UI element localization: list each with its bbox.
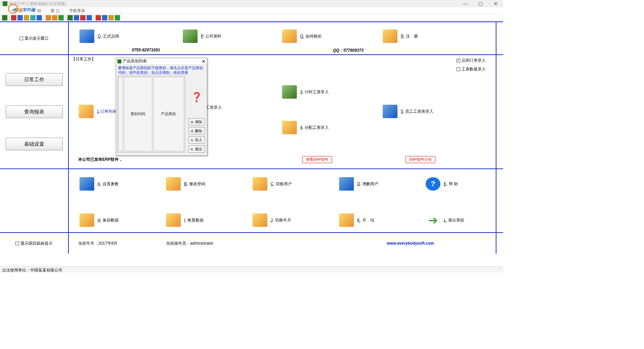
dialog-titlebar: 产品类别列表 ✕	[116, 58, 207, 65]
dialog-title: 产品类别列表	[123, 58, 147, 64]
nav-wage-input[interactable]: 工资录入	[206, 105, 222, 110]
nav-switch-month[interactable]: J. 切换年月	[253, 213, 291, 227]
settings-icon	[79, 177, 94, 191]
users-icon	[339, 177, 354, 191]
month-close-icon	[339, 213, 354, 227]
row-daily: 日常工作 查询报表 基础设置 【日常工作】 ✓启用订单录入 工表数量录入 1.订…	[0, 55, 503, 169]
dialog-icon	[117, 59, 121, 63]
menu-system[interactable]: 系 统	[13, 8, 22, 14]
tb-icon-10[interactable]	[67, 15, 73, 20]
row-settings: A. 设置参数 B. 修改密码 C. 切换用户 D. 增删用户 ?E. 帮 助 …	[0, 169, 503, 233]
backup-icon	[79, 213, 94, 227]
nav-register[interactable]: R. 注 册	[383, 30, 418, 43]
tb-icon-14[interactable]	[96, 15, 101, 20]
minimize-button[interactable]: —	[458, 0, 473, 7]
menu-nav[interactable]: 导航界面	[69, 8, 85, 14]
company-icon	[183, 30, 198, 43]
btn-delete[interactable]: d. 删除	[189, 127, 205, 135]
btn-add[interactable]: a. 增加	[189, 118, 205, 126]
col-product-category[interactable]: 产品类别	[153, 77, 184, 151]
staff-wage-icon	[383, 105, 397, 118]
nav-help[interactable]: ?E. 帮 助	[426, 177, 458, 191]
dialog-side: ❓ a. 增加 d. 删除 s. 存入 e. 退出	[188, 74, 205, 153]
nav-distribute-wage[interactable]: 4. 分配工资录入	[282, 121, 329, 134]
tb-icon-7[interactable]	[46, 15, 51, 20]
menu-window[interactable]: 窗 口	[51, 8, 60, 14]
tb-icon-1[interactable]	[2, 15, 7, 20]
qq-label: QQ：577609373	[333, 48, 364, 53]
section-title-daily: 【日常工作】	[71, 56, 96, 62]
time-wage-icon	[282, 85, 297, 99]
order-list-icon	[79, 105, 94, 118]
current-year-month: 当前年月：2017年8月	[78, 241, 117, 246]
chk-sheet-qty[interactable]: 工表数量录入	[457, 66, 486, 72]
toolbar	[0, 14, 503, 21]
btn-basic-settings[interactable]: 基础设置	[6, 138, 63, 150]
tb-icon-5[interactable]	[30, 15, 36, 20]
nav-backup[interactable]: H. 备份数据	[79, 213, 119, 227]
dialog-close-button[interactable]: ✕	[202, 59, 206, 64]
product-category-dialog: 产品类别列表 ✕ 要增加某产品类别的下级类别，请先点击某产品类别代码，选中此类别…	[116, 58, 207, 156]
chk-mouse-tip[interactable]: 显示跟踪鼠标提示	[15, 241, 53, 246]
maximize-button[interactable]: ▢	[473, 0, 488, 7]
nav-how-buy[interactable]: Q. 如何购买	[282, 30, 322, 43]
tb-icon-4[interactable]	[24, 15, 29, 20]
nav-add-user[interactable]: D. 增删用户	[339, 177, 378, 191]
distribute-wage-icon	[282, 121, 297, 134]
btn-query-report[interactable]: 查询报表	[6, 105, 63, 118]
btn-daily-work[interactable]: 日常工作	[6, 73, 63, 86]
window-controls: — ▢ ✕	[458, 0, 503, 7]
btn-erp-intro[interactable]: ERP软件介绍	[406, 156, 435, 163]
tb-icon-12[interactable]	[80, 15, 86, 20]
license-text: 合法使用单位：中国某某有限公司	[2, 268, 62, 272]
close-button[interactable]: ✕	[488, 0, 503, 7]
tb-icon-8[interactable]	[52, 15, 57, 20]
chk-enable-order[interactable]: ✓启用订单录入	[457, 58, 486, 63]
main-area: 显示提示窗口 O. 正式启用 P. 公司资料 Q. 如何购买 R. 注 册 07…	[0, 21, 503, 266]
row-top: 显示提示窗口 O. 正式启用 P. 公司资料 Q. 如何购买 R. 注 册 07…	[0, 21, 503, 55]
nav-exit[interactable]: ➔L. 退出系统	[426, 213, 464, 227]
nav-staff-wage[interactable]: 5. 员工工资表录入	[383, 105, 433, 118]
row-status: 显示跟踪鼠标提示 当前年月：2017年8月 当前操作员：administrato…	[0, 233, 503, 254]
chk-show-hint[interactable]: 显示提示窗口	[19, 36, 49, 41]
password-icon	[166, 177, 181, 191]
nav-change-pwd[interactable]: B. 修改密码	[166, 177, 205, 191]
nav-restore[interactable]: I. 恢复数据	[166, 213, 204, 227]
nav-company-info[interactable]: P. 公司资料	[183, 30, 221, 43]
titlebar: 恒宇计件工资标准版5.0(试用版) — ▢ ✕	[0, 0, 503, 7]
nav-set-params[interactable]: A. 设置参数	[79, 177, 119, 191]
tb-icon-16[interactable]	[108, 15, 114, 20]
exit-icon: ➔	[426, 213, 440, 227]
current-operator: 当前操作员：administrator	[166, 241, 213, 246]
buy-icon	[282, 30, 297, 43]
tb-icon-15[interactable]	[102, 15, 107, 20]
btn-view-erp[interactable]: 查看ERP软件	[302, 156, 332, 163]
tb-icon-13[interactable]	[87, 15, 92, 20]
nav-order-list[interactable]: 1.订单列表	[79, 105, 116, 118]
switch-user-icon	[253, 177, 267, 191]
tb-icon-11[interactable]	[74, 15, 79, 20]
tb-icon-6[interactable]	[37, 15, 42, 20]
nav-month-close[interactable]: K. 月 结	[339, 213, 374, 227]
tb-icon-9[interactable]	[58, 15, 64, 20]
dialog-help-icon[interactable]: ❓	[191, 92, 203, 103]
tb-icon-2[interactable]	[11, 15, 16, 20]
app-icon	[3, 1, 7, 6]
category-table[interactable]: 类别代码 产品类别	[117, 76, 185, 152]
menu-help[interactable]: 帮 助	[32, 8, 41, 14]
app-title: 恒宇计件工资标准版5.0(试用版)	[9, 1, 66, 7]
nav-official-start[interactable]: O. 正式启用	[79, 30, 119, 43]
tb-icon-17[interactable]	[115, 15, 120, 20]
col-category-code[interactable]: 类别代码	[124, 77, 152, 151]
nav-time-wage[interactable]: 3. 计时工资录入	[282, 85, 329, 99]
nav-switch-user[interactable]: C. 切换用户	[253, 177, 292, 191]
status-bar: 合法使用单位：中国某某有限公司	[0, 266, 503, 272]
tb-icon-3[interactable]	[17, 15, 23, 20]
btn-save[interactable]: s. 存入	[189, 136, 205, 144]
restore-icon	[166, 213, 181, 227]
start-icon	[79, 30, 94, 43]
register-icon	[383, 30, 397, 43]
calendar-icon	[253, 213, 267, 227]
btn-exit[interactable]: e. 退出	[189, 145, 205, 153]
website-link[interactable]: www.everybodysoft.com	[387, 241, 434, 246]
